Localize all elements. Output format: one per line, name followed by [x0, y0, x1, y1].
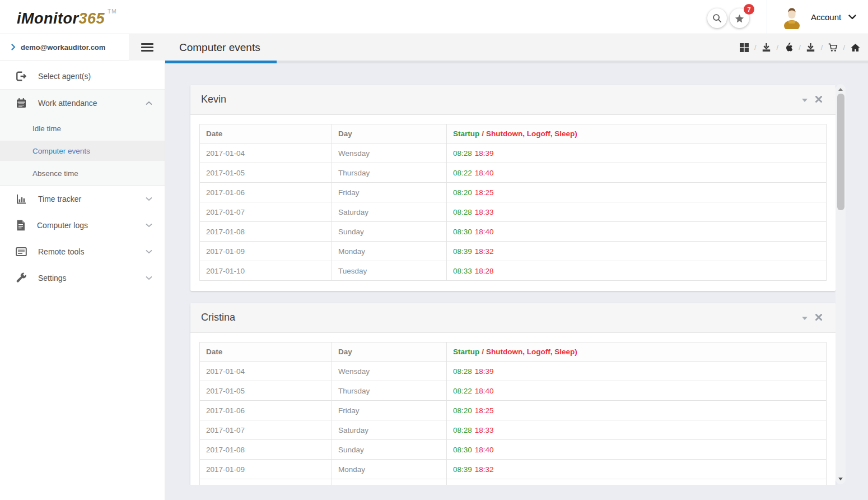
cell-date: 2017-01-06	[200, 401, 332, 420]
select-agents-icon	[16, 71, 27, 82]
active-tab-indicator	[165, 61, 277, 63]
sidebar-item-label: Settings	[38, 274, 67, 283]
chevron-down-icon	[146, 223, 152, 228]
event-row: 2017-01-07Saturday08:2818:33	[200, 420, 827, 440]
sidebar-toggle-button[interactable]	[129, 34, 165, 61]
cell-day: Saturday	[332, 420, 447, 440]
event-row: 2017-01-06Friday08:2018:25	[200, 401, 827, 420]
column-header-date: Date	[200, 124, 332, 143]
cell-day: Tuesday	[332, 261, 447, 281]
home-icon	[851, 43, 860, 52]
sidebar-item-select-agents[interactable]: Select agent(s)	[0, 63, 165, 90]
panel-body: Date Day Startup/Shutdown, Logoff, Sleep…	[190, 115, 836, 281]
vertical-scrollbar[interactable]	[836, 84, 846, 484]
cell-day: Friday	[332, 183, 447, 202]
events-rows: 2017-01-04Wensday08:2818:392017-01-05Thu…	[200, 143, 827, 281]
account-chevron-down-icon[interactable]	[848, 15, 856, 20]
workspace-selector[interactable]: demo@workauditor.com	[0, 34, 129, 61]
sidebar-item-computer-events[interactable]: Computer events	[0, 141, 165, 161]
events-table: Date Day Startup/Shutdown, Logoff, Sleep…	[199, 342, 827, 485]
sidebar-item-label: Time tracker	[38, 195, 81, 203]
cell-events: 08:3918:32	[447, 242, 827, 261]
sidebar-item-label: Computer logs	[37, 221, 88, 230]
toolbar-separator: /	[843, 43, 845, 52]
account-label[interactable]: Account	[811, 12, 841, 22]
event-row: 2017-01-05Thursday08:2218:40	[200, 163, 827, 183]
document-icon	[16, 220, 26, 231]
sidebar-item-work-attendance[interactable]: Work attendance	[0, 90, 165, 116]
cell-date: 2017-01-09	[200, 460, 332, 479]
startup-time: 08:20	[453, 406, 472, 415]
cell-day: Wensday	[332, 143, 447, 163]
cell-events: 08:3918:32	[447, 460, 827, 479]
startup-time: 08:39	[453, 247, 472, 256]
sidebar-item-label: Select agent(s)	[38, 72, 91, 81]
sidebar-item-computer-logs[interactable]: Computer logs	[0, 212, 165, 238]
shutdown-time: 18:32	[475, 247, 494, 256]
cell-events: 08:2018:25	[447, 183, 827, 202]
store-button[interactable]	[828, 43, 838, 53]
event-row: 2017-01-05Thursday08:2218:40	[200, 381, 827, 401]
windows-download-button[interactable]	[739, 43, 749, 53]
cell-day: Saturday	[332, 202, 447, 222]
panel-header: Cristina	[190, 303, 836, 333]
cell-day: Friday	[332, 401, 447, 420]
sidebar-item-time-tracker[interactable]: Time tracker	[0, 186, 165, 212]
main-content: Kevin Date Day Startup/Shutdown, Logoff,…	[165, 63, 868, 500]
tab-computer-events[interactable]: Computer events	[165, 34, 277, 61]
cell-day: Sunday	[332, 440, 447, 460]
panel-collapse-icon[interactable]	[802, 317, 808, 320]
event-row: 2017-01-08Sunday08:3018:40	[200, 440, 827, 460]
shutdown-time: 18:33	[475, 426, 494, 434]
scrollbar-thumb[interactable]	[837, 94, 844, 210]
shutdown-time: 18:33	[475, 208, 494, 216]
avatar[interactable]	[780, 4, 804, 29]
download-icon	[762, 43, 771, 52]
cell-events: 08:2818:39	[447, 143, 827, 163]
shutdown-time: 18:39	[475, 367, 494, 376]
scroll-up-arrow-icon[interactable]	[838, 88, 843, 91]
scroll-down-arrow-icon[interactable]	[838, 478, 843, 480]
shutdown-time: 18:28	[475, 267, 494, 275]
column-header-day: Day	[332, 342, 447, 362]
chevron-right-icon	[11, 44, 16, 50]
table-header-row: Date Day Startup/Shutdown, Logoff, Sleep…	[200, 342, 827, 362]
event-row: 2017-01-08Sunday08:3018:40	[200, 222, 827, 242]
cell-events: 08:2818:33	[447, 420, 827, 440]
header-separator: /	[482, 129, 484, 138]
panel-close-icon[interactable]	[815, 314, 822, 321]
brand-accent: 365	[78, 10, 105, 27]
download-toolbar: / / / / /	[739, 34, 860, 61]
search-button[interactable]	[707, 8, 727, 28]
sidebar-item-label: Remote tools	[38, 247, 84, 256]
apple-download-button[interactable]	[783, 43, 794, 53]
startup-time: 08:30	[453, 446, 472, 454]
panel-close-icon[interactable]	[815, 96, 822, 103]
cell-day: Thursday	[332, 381, 447, 401]
star-icon	[735, 14, 744, 23]
startup-time: 08:30	[453, 228, 472, 236]
calendar-icon	[16, 98, 27, 109]
download-windows-agent-button[interactable]	[762, 43, 772, 53]
cell-date: 2017-01-08	[200, 222, 332, 242]
header-paren: )	[575, 129, 577, 138]
cell-date: 2017-01-05	[200, 381, 332, 401]
notification-badge[interactable]: 7	[744, 4, 754, 15]
sidebar-item-settings[interactable]: Settings	[0, 265, 165, 291]
cell-events: 08:2218:40	[447, 381, 827, 401]
cell-events: 08:2018:25	[447, 401, 827, 420]
home-button[interactable]	[850, 43, 860, 53]
list-icon	[16, 247, 27, 257]
sidebar-item-remote-tools[interactable]: Remote tools	[0, 238, 165, 265]
panel-collapse-icon[interactable]	[802, 99, 808, 102]
event-row: 2017-01-06Friday08:2018:25	[200, 183, 827, 202]
sidebar-item-idle-time[interactable]: Idle time	[0, 116, 165, 141]
event-row: 2017-01-09Monday08:3918:32	[200, 460, 827, 479]
sidebar-item-absence-time[interactable]: Absence time	[0, 161, 165, 186]
shutdown-time: 18:25	[475, 406, 494, 415]
cell-date	[200, 479, 332, 485]
startup-time: 08:28	[453, 426, 472, 434]
cell-date: 2017-01-04	[200, 362, 332, 381]
wrench-icon	[16, 272, 27, 284]
download-mac-agent-button[interactable]	[806, 43, 816, 53]
